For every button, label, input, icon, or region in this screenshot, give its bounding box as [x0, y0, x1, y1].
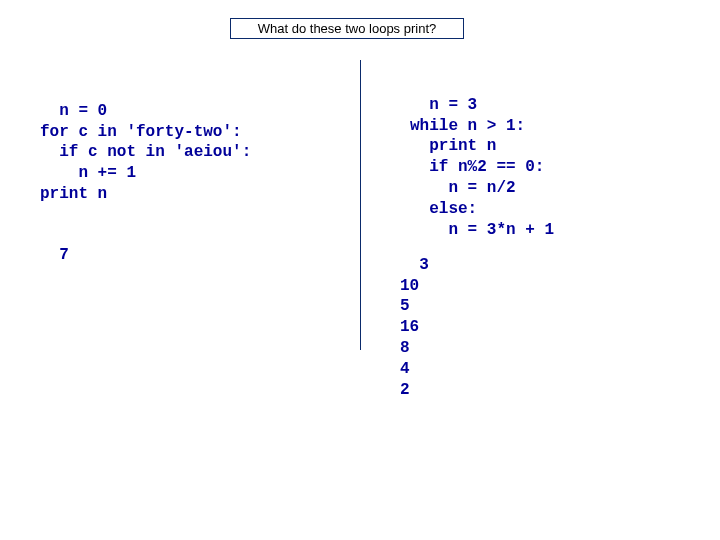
vertical-divider: [360, 60, 361, 350]
slide-title-text: What do these two loops print?: [258, 21, 437, 36]
right-output-block: 3 10 5 16 8 4 2: [400, 234, 429, 400]
left-output-text: 7: [59, 246, 69, 264]
slide-title: What do these two loops print?: [230, 18, 464, 39]
left-code-block: n = 0 for c in 'forty-two': if c not in …: [40, 80, 251, 205]
left-output-block: 7: [40, 224, 69, 266]
left-code-text: n = 0 for c in 'forty-two': if c not in …: [40, 102, 251, 203]
right-output-text: 3 10 5 16 8 4 2: [400, 256, 429, 399]
right-code-text: n = 3 while n > 1: print n if n%2 == 0: …: [410, 96, 554, 239]
right-code-block: n = 3 while n > 1: print n if n%2 == 0: …: [410, 74, 554, 240]
